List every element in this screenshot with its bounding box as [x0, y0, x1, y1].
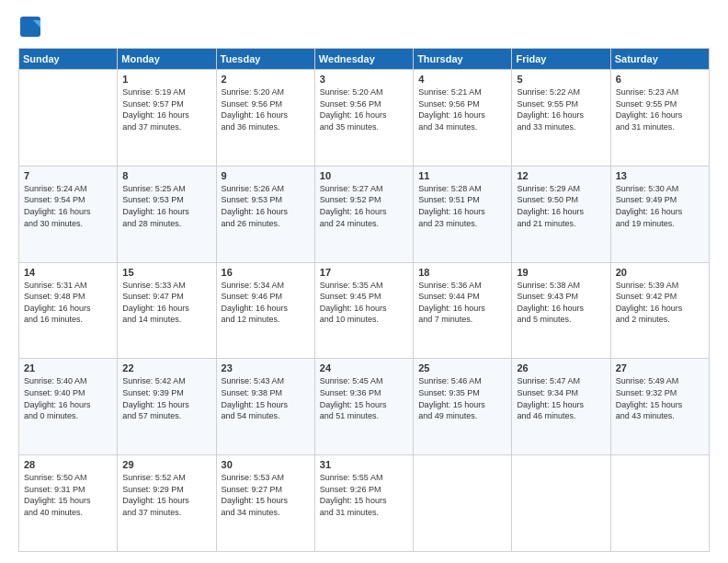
- day-number: 14: [24, 267, 112, 278]
- day-info: Sunrise: 5:30 AM Sunset: 9:49 PM Dayligh…: [616, 183, 704, 229]
- col-header-friday: Friday: [512, 49, 610, 70]
- day-cell: 3Sunrise: 5:20 AM Sunset: 9:56 PM Daylig…: [314, 70, 413, 167]
- day-cell: 25Sunrise: 5:46 AM Sunset: 9:35 PM Dayli…: [414, 359, 512, 455]
- day-cell: 15Sunrise: 5:33 AM Sunset: 9:47 PM Dayli…: [118, 262, 216, 359]
- logo: [18, 15, 48, 40]
- day-cell: 27Sunrise: 5:49 AM Sunset: 9:32 PM Dayli…: [610, 359, 709, 455]
- day-number: 25: [418, 362, 506, 373]
- day-cell: 19Sunrise: 5:38 AM Sunset: 9:43 PM Dayli…: [512, 262, 610, 359]
- col-header-monday: Monday: [118, 49, 216, 70]
- col-header-thursday: Thursday: [414, 49, 512, 70]
- day-info: Sunrise: 5:40 AM Sunset: 9:40 PM Dayligh…: [24, 375, 112, 421]
- day-info: Sunrise: 5:33 AM Sunset: 9:47 PM Dayligh…: [122, 280, 210, 326]
- week-row-1: 1Sunrise: 5:19 AM Sunset: 9:57 PM Daylig…: [19, 70, 710, 167]
- day-cell: 29Sunrise: 5:52 AM Sunset: 9:29 PM Dayli…: [118, 455, 216, 552]
- svg-rect-0: [20, 17, 40, 37]
- day-info: Sunrise: 5:50 AM Sunset: 9:31 PM Dayligh…: [24, 472, 112, 518]
- day-number: 8: [122, 170, 210, 181]
- week-row-2: 7Sunrise: 5:24 AM Sunset: 9:54 PM Daylig…: [19, 166, 710, 262]
- day-cell: 26Sunrise: 5:47 AM Sunset: 9:34 PM Dayli…: [512, 359, 610, 455]
- day-cell: [512, 455, 610, 552]
- day-number: 23: [222, 362, 310, 373]
- day-number: 24: [320, 362, 408, 373]
- week-row-3: 14Sunrise: 5:31 AM Sunset: 9:48 PM Dayli…: [19, 262, 710, 359]
- day-info: Sunrise: 5:35 AM Sunset: 9:45 PM Dayligh…: [320, 280, 408, 326]
- day-number: 30: [222, 459, 310, 470]
- day-number: 26: [517, 362, 605, 373]
- day-cell: [19, 70, 118, 167]
- day-cell: 24Sunrise: 5:45 AM Sunset: 9:36 PM Dayli…: [314, 359, 413, 455]
- day-number: 20: [616, 267, 704, 278]
- header-row: SundayMondayTuesdayWednesdayThursdayFrid…: [19, 49, 710, 70]
- day-cell: 10Sunrise: 5:27 AM Sunset: 9:52 PM Dayli…: [314, 166, 413, 262]
- day-cell: 9Sunrise: 5:26 AM Sunset: 9:53 PM Daylig…: [216, 166, 314, 262]
- day-cell: 8Sunrise: 5:25 AM Sunset: 9:53 PM Daylig…: [118, 166, 216, 262]
- day-cell: 16Sunrise: 5:34 AM Sunset: 9:46 PM Dayli…: [216, 262, 314, 359]
- day-number: 9: [222, 170, 310, 181]
- day-info: Sunrise: 5:38 AM Sunset: 9:43 PM Dayligh…: [517, 280, 605, 326]
- day-info: Sunrise: 5:21 AM Sunset: 9:56 PM Dayligh…: [418, 86, 506, 132]
- col-header-saturday: Saturday: [610, 49, 709, 70]
- day-number: 1: [122, 74, 210, 85]
- day-number: 18: [418, 267, 506, 278]
- week-row-4: 21Sunrise: 5:40 AM Sunset: 9:40 PM Dayli…: [19, 359, 710, 455]
- day-cell: 30Sunrise: 5:53 AM Sunset: 9:27 PM Dayli…: [216, 455, 314, 552]
- day-cell: 7Sunrise: 5:24 AM Sunset: 9:54 PM Daylig…: [19, 166, 118, 262]
- day-info: Sunrise: 5:19 AM Sunset: 9:57 PM Dayligh…: [122, 86, 210, 132]
- day-number: 21: [24, 362, 112, 373]
- day-info: Sunrise: 5:24 AM Sunset: 9:54 PM Dayligh…: [24, 183, 112, 229]
- day-info: Sunrise: 5:25 AM Sunset: 9:53 PM Dayligh…: [122, 183, 210, 229]
- day-cell: 6Sunrise: 5:23 AM Sunset: 9:55 PM Daylig…: [610, 70, 709, 167]
- day-info: Sunrise: 5:46 AM Sunset: 9:35 PM Dayligh…: [418, 375, 506, 421]
- day-info: Sunrise: 5:45 AM Sunset: 9:36 PM Dayligh…: [320, 375, 408, 421]
- logo-icon: [18, 15, 44, 40]
- calendar-page: SundayMondayTuesdayWednesdayThursdayFrid…: [0, 0, 728, 563]
- day-cell: 13Sunrise: 5:30 AM Sunset: 9:49 PM Dayli…: [610, 166, 709, 262]
- day-cell: [414, 455, 512, 552]
- day-cell: 31Sunrise: 5:55 AM Sunset: 9:26 PM Dayli…: [314, 455, 413, 552]
- day-number: 31: [320, 459, 408, 470]
- day-cell: 20Sunrise: 5:39 AM Sunset: 9:42 PM Dayli…: [610, 262, 709, 359]
- day-info: Sunrise: 5:43 AM Sunset: 9:38 PM Dayligh…: [222, 375, 310, 421]
- day-number: 6: [616, 74, 704, 85]
- day-info: Sunrise: 5:39 AM Sunset: 9:42 PM Dayligh…: [616, 280, 704, 326]
- day-info: Sunrise: 5:53 AM Sunset: 9:27 PM Dayligh…: [222, 472, 310, 518]
- day-info: Sunrise: 5:34 AM Sunset: 9:46 PM Dayligh…: [222, 280, 310, 326]
- day-number: 17: [320, 267, 408, 278]
- day-cell: 12Sunrise: 5:29 AM Sunset: 9:50 PM Dayli…: [512, 166, 610, 262]
- col-header-wednesday: Wednesday: [314, 49, 413, 70]
- week-row-5: 28Sunrise: 5:50 AM Sunset: 9:31 PM Dayli…: [19, 455, 710, 552]
- day-info: Sunrise: 5:36 AM Sunset: 9:44 PM Dayligh…: [418, 280, 506, 326]
- day-info: Sunrise: 5:23 AM Sunset: 9:55 PM Dayligh…: [616, 86, 704, 132]
- day-info: Sunrise: 5:31 AM Sunset: 9:48 PM Dayligh…: [24, 280, 112, 326]
- day-cell: 28Sunrise: 5:50 AM Sunset: 9:31 PM Dayli…: [19, 455, 118, 552]
- day-info: Sunrise: 5:20 AM Sunset: 9:56 PM Dayligh…: [222, 86, 310, 132]
- day-cell: 22Sunrise: 5:42 AM Sunset: 9:39 PM Dayli…: [118, 359, 216, 455]
- day-info: Sunrise: 5:55 AM Sunset: 9:26 PM Dayligh…: [320, 472, 408, 518]
- day-cell: 4Sunrise: 5:21 AM Sunset: 9:56 PM Daylig…: [414, 70, 512, 167]
- day-cell: 11Sunrise: 5:28 AM Sunset: 9:51 PM Dayli…: [414, 166, 512, 262]
- header: [18, 15, 710, 40]
- day-number: 11: [418, 170, 506, 181]
- day-number: 15: [122, 267, 210, 278]
- col-header-sunday: Sunday: [19, 49, 118, 70]
- day-cell: 2Sunrise: 5:20 AM Sunset: 9:56 PM Daylig…: [216, 70, 314, 167]
- day-number: 2: [222, 74, 310, 85]
- day-info: Sunrise: 5:52 AM Sunset: 9:29 PM Dayligh…: [122, 472, 210, 518]
- day-number: 22: [122, 362, 210, 373]
- day-info: Sunrise: 5:28 AM Sunset: 9:51 PM Dayligh…: [418, 183, 506, 229]
- day-cell: 1Sunrise: 5:19 AM Sunset: 9:57 PM Daylig…: [118, 70, 216, 167]
- day-info: Sunrise: 5:20 AM Sunset: 9:56 PM Dayligh…: [320, 86, 408, 132]
- day-cell: 5Sunrise: 5:22 AM Sunset: 9:55 PM Daylig…: [512, 70, 610, 167]
- day-info: Sunrise: 5:47 AM Sunset: 9:34 PM Dayligh…: [517, 375, 605, 421]
- day-cell: 17Sunrise: 5:35 AM Sunset: 9:45 PM Dayli…: [314, 262, 413, 359]
- day-info: Sunrise: 5:26 AM Sunset: 9:53 PM Dayligh…: [222, 183, 310, 229]
- day-cell: 23Sunrise: 5:43 AM Sunset: 9:38 PM Dayli…: [216, 359, 314, 455]
- day-number: 19: [517, 267, 605, 278]
- day-cell: 21Sunrise: 5:40 AM Sunset: 9:40 PM Dayli…: [19, 359, 118, 455]
- day-number: 7: [24, 170, 112, 181]
- day-number: 29: [122, 459, 210, 470]
- day-cell: 14Sunrise: 5:31 AM Sunset: 9:48 PM Dayli…: [19, 262, 118, 359]
- day-number: 27: [616, 362, 704, 373]
- day-number: 13: [616, 170, 704, 181]
